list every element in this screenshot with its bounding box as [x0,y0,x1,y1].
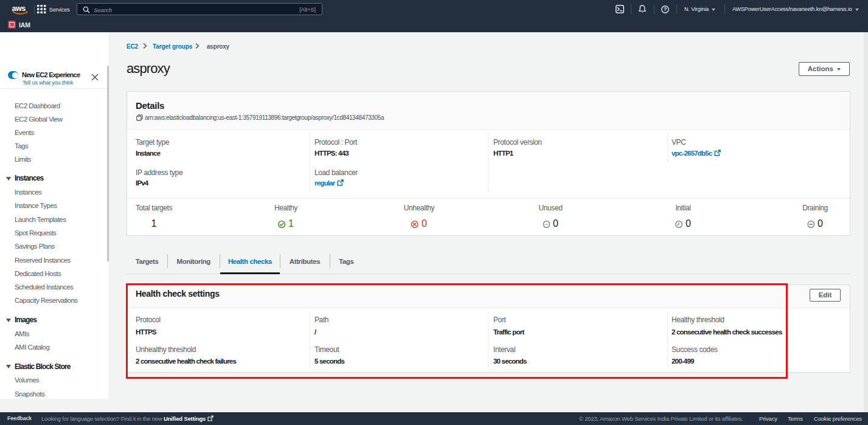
svg-text:aws: aws [12,4,26,13]
svg-text:?: ? [664,6,667,12]
